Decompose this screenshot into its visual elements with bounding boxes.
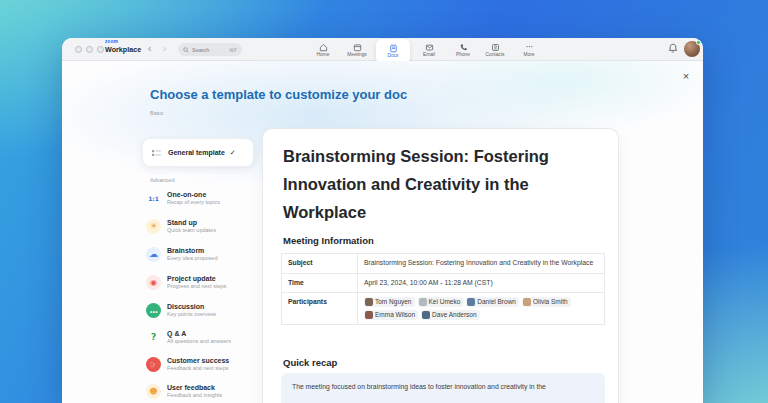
window-zoom-button[interactable]: [97, 46, 104, 53]
user-avatar[interactable]: [684, 41, 700, 57]
meetings-icon: [353, 43, 362, 52]
row-label: Subject: [282, 254, 358, 274]
quick-recap-box: The meeting focused on brainstorming ide…: [281, 373, 605, 403]
tab-more-label: More: [524, 53, 535, 58]
sidebar-item-project-update[interactable]: ◉ Project updateProgress and next steps: [146, 269, 264, 295]
search-shortcut: ⌘F: [229, 47, 237, 53]
participant-name: Olivia Smith: [533, 298, 568, 306]
quick-recap-heading: Quick recap: [283, 357, 337, 368]
sidebar-item-desc: Every idea proposed: [167, 256, 217, 262]
participant-chip[interactable]: Kei Umeko: [418, 297, 464, 307]
sidebar-item-title: User feedback: [167, 384, 222, 391]
doc-title: Brainstorming Session: Fostering Innovat…: [283, 142, 595, 226]
tab-email[interactable]: Email: [412, 40, 446, 60]
sidebar-item-desc: Recap of every topics: [167, 200, 220, 206]
sidebar-item-one-on-one[interactable]: 1:1 One-on-oneRecap of every topics: [146, 185, 264, 211]
table-row-participants: Participants Tom Nguyen Kei Umeko Daniel…: [282, 293, 605, 325]
row-value: Brainstorming Session: Fostering Innovat…: [358, 254, 605, 274]
logo-workplace-text: Workplace: [105, 46, 141, 53]
section-label-basic: Basic: [150, 110, 163, 116]
sidebar-item-general-template[interactable]: General template ✓: [142, 138, 254, 167]
sidebar-item-title: Stand up: [167, 219, 216, 226]
sidebar-item-desc: Quick team updates: [167, 228, 216, 234]
home-icon: [319, 43, 328, 52]
window-controls: [75, 46, 104, 53]
participant-chip[interactable]: Emma Wilson: [364, 310, 418, 320]
sidebar-item-customer-success[interactable]: ☞ Customer successFeedback and next step…: [146, 351, 264, 377]
participant-avatar: [422, 311, 430, 319]
participant-avatar: [365, 311, 373, 319]
sidebar-item-brainstorm[interactable]: ☁ BrainstormEvery idea proposed: [146, 241, 264, 267]
participant-name: Dave Anderson: [432, 311, 476, 319]
sidebar-item-desc: Feedback and next steps: [167, 366, 229, 372]
table-row-time: Time April 23, 2024, 10:00 AM - 11:28 AM…: [282, 273, 605, 293]
sidebar-item-title: Customer success: [167, 357, 229, 364]
participant-avatar: [419, 298, 427, 306]
quick-recap-text: The meeting focused on brainstorming ide…: [292, 382, 594, 393]
tab-more[interactable]: More: [512, 40, 546, 60]
doc-preview-card: Brainstorming Session: Fostering Innovat…: [262, 128, 619, 403]
page-title: Choose a template to customize your doc: [150, 87, 407, 102]
sidebar-item-title: Project update: [167, 275, 226, 282]
user-feedback-person-icon: ☻: [146, 384, 161, 399]
participant-avatar: [365, 298, 373, 306]
template-grid-icon: [151, 148, 162, 158]
sidebar-item-title: Brainstorm: [167, 247, 217, 254]
search-input[interactable]: Search ⌘F: [178, 43, 242, 56]
participant-name: Daniel Brown: [477, 298, 516, 306]
table-row-subject: Subject Brainstorming Session: Fostering…: [282, 254, 605, 274]
search-placeholder: Search: [192, 47, 229, 53]
zoom-workplace-logo: zoom Workplace: [105, 40, 141, 53]
check-icon: ✓: [230, 149, 236, 157]
tab-email-label: Email: [423, 53, 435, 58]
section-label-advanced: Advanced: [150, 177, 174, 183]
sidebar-item-discussion[interactable]: … DiscussionKey points overview: [146, 297, 264, 323]
participant-name: Emma Wilson: [375, 311, 415, 319]
participant-chip[interactable]: Dave Anderson: [421, 310, 479, 320]
participant-chip[interactable]: Olivia Smith: [522, 297, 571, 307]
tab-home-label: Home: [317, 53, 330, 58]
sidebar-item-stand-up[interactable]: ☀ Stand upQuick team updates: [146, 213, 264, 239]
row-label: Time: [282, 273, 358, 293]
notifications-button[interactable]: [668, 43, 678, 54]
row-label: Participants: [282, 293, 358, 325]
back-button[interactable]: ‹: [148, 41, 151, 57]
window-minimize-button[interactable]: [86, 46, 93, 53]
discussion-bubble-icon: …: [146, 303, 161, 318]
sidebar-item-title: Discussion: [167, 303, 216, 310]
sidebar-item-desc: Progress and next steps: [167, 284, 226, 290]
window-close-button[interactable]: [75, 46, 82, 53]
row-value: April 23, 2024, 10:00 AM - 11:28 AM (CST…: [358, 273, 605, 293]
tab-phone[interactable]: Phone: [446, 40, 480, 60]
project-update-target-icon: ◉: [146, 275, 161, 290]
phone-icon: [459, 43, 468, 52]
participant-avatar: [467, 298, 475, 306]
tab-contacts-label: Contacts: [486, 53, 505, 58]
tab-contacts[interactable]: Contacts: [478, 40, 512, 60]
sidebar-item-desc: Feedback and insights: [167, 393, 222, 399]
brainstorm-cloud-icon: ☁: [146, 247, 161, 262]
tab-home[interactable]: Home: [306, 40, 340, 60]
more-icon: [525, 43, 534, 52]
participant-chip[interactable]: Daniel Brown: [466, 297, 519, 307]
email-icon: [425, 43, 434, 52]
tab-meetings[interactable]: Meetings: [340, 40, 374, 60]
sidebar-item-user-feedback[interactable]: ☻ User feedbackFeedback and insights: [146, 378, 264, 403]
participant-chip[interactable]: Tom Nguyen: [364, 297, 415, 307]
tab-meetings-label: Meetings: [347, 53, 366, 58]
forward-button[interactable]: ›: [163, 41, 166, 57]
qa-question-icon: ?: [146, 330, 161, 345]
sidebar-item-qa[interactable]: ? Q & AAll questions and answers: [146, 324, 264, 350]
sidebar-item-desc: Key points overview: [167, 312, 216, 318]
participants-list: Tom Nguyen Kei Umeko Daniel Brown Olivia…: [364, 297, 598, 320]
meeting-info-table: Subject Brainstorming Session: Fostering…: [281, 253, 605, 325]
docs-icon: [389, 44, 398, 53]
tab-phone-label: Phone: [456, 53, 470, 58]
row-value: Tom Nguyen Kei Umeko Daniel Brown Olivia…: [358, 293, 605, 325]
sidebar-item-title: One-on-one: [167, 191, 220, 198]
search-icon: [183, 47, 189, 53]
one-on-one-icon: 1:1: [146, 191, 161, 206]
customer-success-hand-icon: ☞: [146, 357, 161, 372]
general-template-label: General template: [168, 149, 225, 156]
close-icon[interactable]: ×: [680, 70, 692, 82]
